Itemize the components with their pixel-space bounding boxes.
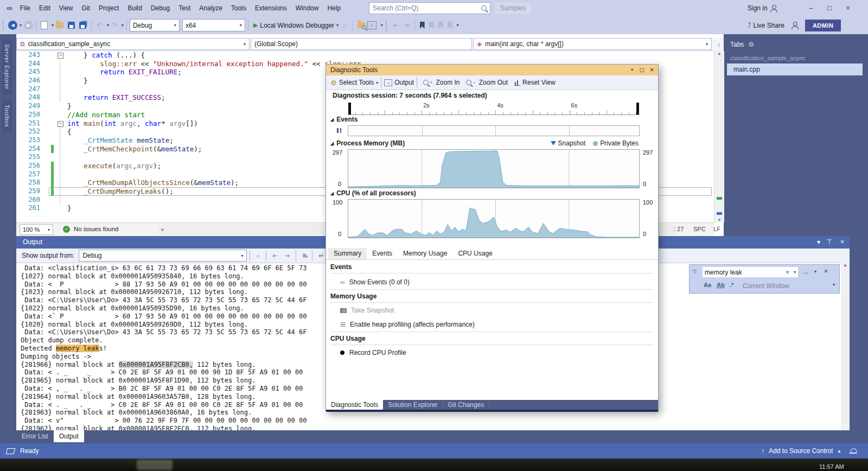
- maximize-button[interactable]: □: [820, 0, 839, 16]
- start-debug-icon[interactable]: ▶: [253, 22, 258, 29]
- reset-view-icon[interactable]: [514, 80, 520, 86]
- output-close-icon[interactable]: ×: [840, 236, 844, 249]
- take-snapshot-button[interactable]: Take Snapshot: [340, 307, 394, 314]
- regex-toggle[interactable]: .*: [730, 282, 733, 288]
- undo-icon[interactable]: ↶: [97, 21, 103, 29]
- select-tools-gear-icon[interactable]: ⚙: [330, 79, 337, 87]
- menu-item-view[interactable]: View: [55, 0, 78, 16]
- bookmark-overflow-icon[interactable]: ▾: [457, 23, 459, 28]
- find-scope-dropdown[interactable]: Current Window: [743, 282, 789, 290]
- word-wrap-icon[interactable]: ↵: [318, 252, 324, 259]
- detail-tab-summary[interactable]: Summary: [328, 248, 367, 259]
- dt-close-icon[interactable]: ×: [650, 65, 654, 75]
- zoom-in-icon[interactable]: +: [423, 80, 432, 85]
- output-scrollbar[interactable]: ▲: [841, 263, 850, 430]
- record-cpu-profile-button[interactable]: Record CPU Profile: [340, 349, 406, 357]
- zoom-out-icon[interactable]: −: [466, 80, 475, 85]
- add-to-source-control-button[interactable]: Add to Source Control: [769, 447, 833, 455]
- window-tab-git-changes[interactable]: Git Changes: [443, 400, 490, 410]
- menu-item-edit[interactable]: Edit: [35, 0, 55, 16]
- minimize-button[interactable]: –: [802, 0, 820, 16]
- editor-vertical-scrollbar[interactable]: ▲ ▼: [714, 51, 724, 222]
- menu-item-window[interactable]: Window: [291, 0, 323, 16]
- open-file-icon[interactable]: [56, 22, 63, 28]
- events-swimlane[interactable]: [348, 125, 640, 136]
- menu-item-analyze[interactable]: Analyze: [195, 0, 227, 16]
- source-control-menu-icon[interactable]: ▲: [837, 449, 841, 454]
- fold-collapse-icon[interactable]: −: [58, 121, 63, 127]
- pin-icon[interactable]: ⊤: [827, 236, 832, 249]
- find-history-dropdown-icon[interactable]: ▾: [794, 270, 796, 275]
- navigate-forward-button[interactable]: ▶: [24, 21, 33, 30]
- gear-icon[interactable]: ⚙: [748, 41, 754, 48]
- find-scope-dropdown-icon[interactable]: ▾: [833, 282, 835, 287]
- samples-label[interactable]: Samples: [495, 2, 531, 14]
- clear-all-icon[interactable]: ≡×: [302, 252, 306, 259]
- toolbar-grip[interactable]: [3, 21, 5, 30]
- find-in-files-icon[interactable]: [358, 22, 365, 28]
- detail-tab-events[interactable]: Events: [367, 248, 398, 259]
- toolbar-grip[interactable]: [386, 21, 388, 30]
- diagnostic-tools-title-bar[interactable]: Diagnostic Tools ▾ □ ×: [326, 65, 658, 75]
- selection-handle-right[interactable]: [636, 103, 639, 114]
- output-position-dropdown-icon[interactable]: ▾: [817, 236, 820, 249]
- memory-section-header[interactable]: ◢Process Memory (MB): [330, 139, 405, 147]
- show-events-link[interactable]: ∞ Show Events (0 of 0): [340, 278, 410, 286]
- menu-item-build[interactable]: Build: [123, 0, 146, 16]
- dt-position-dropdown-icon[interactable]: ▾: [631, 65, 633, 75]
- select-tools-dropdown-icon[interactable]: ▾: [376, 80, 378, 85]
- debugger-dropdown-icon[interactable]: ▾: [336, 23, 339, 28]
- symbol-dropdown[interactable]: ◈ main(int argc, char * argv[]) ▾: [473, 38, 712, 50]
- save-all-icon[interactable]: [79, 22, 86, 29]
- zoom-in-button[interactable]: Zoom In: [436, 79, 459, 86]
- find-close-icon[interactable]: ×: [824, 268, 828, 275]
- detail-tab-cpu-usage[interactable]: CPU Usage: [452, 248, 497, 259]
- undo-dropdown-icon[interactable]: ▾: [107, 23, 109, 28]
- select-tools-button[interactable]: Select Tools: [339, 79, 374, 86]
- editor-splitter-handle[interactable]: ↕: [714, 38, 724, 51]
- pause-events-icon[interactable]: [337, 128, 341, 133]
- live-share-button[interactable]: Live Share: [754, 22, 784, 29]
- cpu-chart[interactable]: [348, 199, 640, 238]
- admin-badge[interactable]: ADMIN: [805, 20, 841, 31]
- prev-message-icon[interactable]: ⇤: [272, 252, 278, 259]
- reset-view-button[interactable]: Reset View: [522, 79, 555, 86]
- panel-tab-error-list[interactable]: Error List: [16, 430, 54, 442]
- toolbar-overflow-icon[interactable]: ▾: [381, 23, 383, 28]
- search-icon[interactable]: [481, 5, 487, 11]
- scope-dropdown[interactable]: (Global Scope): [251, 38, 472, 50]
- tab-main-cpp[interactable]: main.cpp: [727, 63, 863, 75]
- redo-dropdown-icon[interactable]: ▾: [122, 23, 124, 28]
- dt-output-button[interactable]: Output: [394, 79, 414, 86]
- events-section-header[interactable]: ◢Events: [330, 116, 358, 123]
- zoom-out-button[interactable]: Zoom Out: [479, 79, 508, 86]
- new-project-dropdown-icon[interactable]: ▾: [52, 23, 54, 28]
- memory-chart[interactable]: [348, 149, 640, 188]
- next-bookmark-icon[interactable]: [438, 22, 443, 29]
- find-expand-icon[interactable]: ▽: [693, 269, 697, 274]
- person-icon[interactable]: [770, 5, 777, 12]
- editor-zoom-dropdown[interactable]: 100 %▾: [20, 224, 53, 235]
- new-project-icon[interactable]: [41, 21, 48, 29]
- cpu-section-header[interactable]: ◢CPU (% of all processors): [330, 189, 416, 197]
- dt-maximize-icon[interactable]: □: [640, 65, 644, 75]
- scroll-up-icon[interactable]: ▲: [714, 51, 724, 56]
- window-tab-solution-explorer[interactable]: Solution Explorer: [383, 400, 443, 410]
- match-case-toggle[interactable]: Aa: [704, 282, 711, 288]
- whole-word-toggle[interactable]: Ab: [717, 282, 725, 288]
- bookmark-icon[interactable]: [420, 22, 425, 29]
- sign-in-button[interactable]: Sign in: [748, 4, 768, 12]
- menu-item-test[interactable]: Test: [174, 0, 195, 16]
- debugger-label[interactable]: Local Windows Debugger: [260, 22, 334, 29]
- menu-item-extensions[interactable]: Extensions: [251, 0, 291, 16]
- menu-item-file[interactable]: File: [16, 0, 35, 16]
- project-dropdown[interactable]: ⧉ classification_sample_async ▾: [16, 38, 250, 50]
- clear-bookmarks-icon[interactable]: [448, 22, 452, 29]
- feedback-icon[interactable]: [791, 22, 799, 29]
- fold-collapse-icon[interactable]: −: [58, 53, 63, 59]
- selection-handle-left[interactable]: [348, 103, 351, 114]
- issues-label[interactable]: No issues found: [74, 226, 118, 232]
- detail-tab-memory-usage[interactable]: Memory Usage: [398, 248, 452, 259]
- home-icon[interactable]: ⌂: [367, 21, 376, 29]
- redo-icon[interactable]: ↷: [111, 21, 117, 29]
